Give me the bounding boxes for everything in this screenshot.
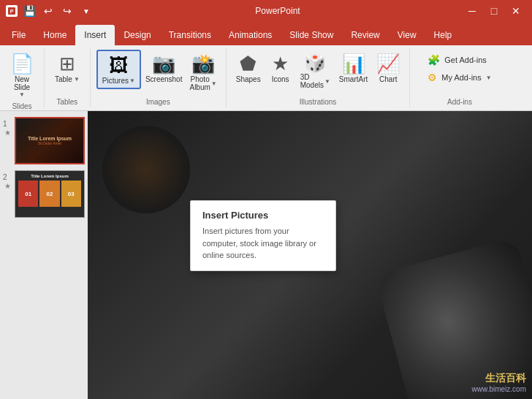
tables-group-label: Tables: [56, 96, 77, 106]
pictures-icon: 🖼: [109, 54, 128, 77]
addins-content: 🧩 Get Add-ins ⚙ My Add-ins ▼: [416, 50, 503, 88]
main-area: 1 ★ Title Lorem Ipsum Sit Dolor Amet 2 ★…: [0, 111, 532, 399]
watermark: 生活百科 www.bimeiz.com: [472, 372, 526, 393]
tab-animations[interactable]: Animations: [220, 25, 281, 45]
insert-pictures-tooltip: Insert Pictures Insert pictures from you…: [190, 200, 336, 271]
slides-group-content: 📄 NewSlide ▼: [6, 50, 38, 101]
coffee-cup-decor: [102, 126, 190, 213]
table-dropdown-icon[interactable]: ▼: [74, 76, 80, 83]
minimize-button[interactable]: ─: [462, 4, 482, 18]
undo-button[interactable]: ↩: [41, 4, 56, 18]
new-slide-label: NewSlide: [14, 75, 30, 91]
tables-group-content: ⊞ Table ▼: [50, 50, 84, 96]
slide-star-2: ★: [4, 182, 11, 190]
shapes-icon: ⬟: [240, 53, 256, 75]
table-label: Table: [55, 75, 72, 83]
new-slide-dropdown[interactable]: ▼: [19, 91, 25, 98]
tab-help[interactable]: Help: [425, 25, 461, 45]
content-area: 生活百科 www.bimeiz.com Insert Pictures Inse…: [88, 111, 532, 399]
watermark-text: 生活百科: [472, 372, 526, 385]
smartart-icon: 📊: [342, 53, 365, 75]
screenshot-button[interactable]: 📷 Screenshot: [142, 50, 186, 86]
slide-star-1: ★: [4, 129, 11, 137]
icons-icon: ★: [272, 53, 289, 75]
ribbon-group-addins: 🧩 Get Add-ins ⚙ My Add-ins ▼ Add-ins: [410, 48, 509, 107]
title-bar: P 💾 ↩ ↪ ▼ PowerPoint ─ □ ✕: [0, 0, 532, 22]
svg-text:P: P: [10, 9, 14, 14]
slide-thumbnail-2[interactable]: Title Lorem Ipsum 01 02 03: [15, 170, 85, 218]
get-addins-icon: 🧩: [428, 54, 440, 66]
redo-button[interactable]: ↪: [60, 4, 75, 18]
photo-album-button[interactable]: 📸 PhotoAlbum ▼: [186, 50, 219, 94]
my-addins-label: My Add-ins: [441, 73, 481, 82]
slide-thumb-2: 2 ★ Title Lorem Ipsum 01 02 03: [3, 170, 85, 218]
tab-review[interactable]: Review: [342, 25, 388, 45]
images-group-content: 🖼 Pictures ▼ 📷 Screenshot 📸 PhotoAlbum ▼: [96, 50, 220, 96]
3d-models-icon: 🎲: [304, 53, 326, 73]
icons-button[interactable]: ★ Icons: [266, 50, 295, 86]
tab-slideshow[interactable]: Slide Show: [281, 25, 342, 45]
ribbon-group-slides: 📄 NewSlide ▼ Slides: [0, 48, 45, 107]
table-icon: ⊞: [59, 53, 75, 75]
photo-album-dropdown[interactable]: ▼: [211, 80, 217, 87]
photo-album-label: PhotoAlbum: [189, 75, 210, 91]
ribbon: 📄 NewSlide ▼ Slides ⊞ Table ▼ Tables 🖼: [0, 45, 532, 111]
illustrations-group-label: Illustrations: [300, 96, 337, 106]
ribbon-group-images: 🖼 Pictures ▼ 📷 Screenshot 📸 PhotoAlbum ▼: [91, 48, 227, 107]
my-addins-dropdown[interactable]: ▼: [486, 75, 492, 81]
slide2-box-01: 01: [18, 180, 38, 207]
tab-view[interactable]: View: [389, 25, 425, 45]
illustrations-group-content: ⬟ Shapes ★ Icons 🎲 3DModels ▼ 📊 SmartArt…: [232, 50, 404, 96]
shapes-label: Shapes: [236, 75, 261, 83]
chart-button[interactable]: 📈 Chart: [373, 50, 403, 86]
app-icon: P: [6, 5, 18, 17]
slides-group-label: Slides: [12, 101, 31, 110]
pictures-label: Pictures: [102, 77, 129, 85]
watermark-url: www.bimeiz.com: [472, 385, 526, 393]
my-addins-icon: ⚙: [428, 72, 437, 83]
slide2-box-03: 03: [61, 180, 81, 207]
tab-transitions[interactable]: Transitions: [160, 25, 220, 45]
pictures-dropdown-icon[interactable]: ▼: [129, 77, 135, 84]
get-addins-button[interactable]: 🧩 Get Add-ins: [425, 53, 494, 67]
maximize-button[interactable]: □: [484, 4, 504, 18]
addins-group-label: Add-ins: [447, 96, 472, 106]
slide2-title: Title Lorem Ipsum: [18, 174, 81, 178]
quick-access-toolbar: P 💾 ↩ ↪ ▼: [6, 4, 94, 18]
3d-models-dropdown[interactable]: ▼: [324, 78, 330, 85]
new-slide-button[interactable]: 📄 NewSlide ▼: [6, 50, 38, 101]
new-slide-icon: 📄: [10, 53, 34, 75]
window-title: PowerPoint: [94, 6, 462, 16]
table-button[interactable]: ⊞ Table ▼: [50, 50, 84, 86]
shapes-button[interactable]: ⬟ Shapes: [232, 50, 265, 86]
tab-insert[interactable]: Insert: [75, 25, 115, 45]
ribbon-group-tables: ⊞ Table ▼ Tables: [45, 48, 91, 107]
tab-home[interactable]: Home: [34, 25, 75, 45]
smartart-label: SmartArt: [339, 75, 368, 83]
pictures-button[interactable]: 🖼 Pictures ▼: [96, 50, 141, 89]
tooltip-title: Insert Pictures: [202, 210, 324, 221]
slide-thumbnail-1[interactable]: Title Lorem Ipsum Sit Dolor Amet: [15, 117, 85, 164]
get-addins-label: Get Add-ins: [444, 56, 486, 64]
3d-models-button[interactable]: 🎲 3DModels ▼: [297, 50, 334, 92]
save-button[interactable]: 💾: [22, 4, 37, 18]
tab-file[interactable]: File: [3, 25, 34, 45]
slide-thumb-1: 1 ★ Title Lorem Ipsum Sit Dolor Amet: [3, 117, 85, 164]
slide1-title: Title Lorem Ipsum: [28, 136, 72, 141]
smartart-button[interactable]: 📊 SmartArt: [335, 50, 371, 86]
chart-label: Chart: [379, 75, 397, 83]
images-group-label: Images: [146, 96, 170, 106]
customize-qat-button[interactable]: ▼: [79, 4, 94, 18]
tab-design[interactable]: Design: [115, 25, 159, 45]
screenshot-icon: 📷: [152, 53, 175, 75]
slide2-box-02: 02: [39, 180, 59, 207]
ribbon-tabs: File Home Insert Design Transitions Anim…: [0, 22, 532, 45]
close-button[interactable]: ✕: [506, 4, 526, 18]
icons-label: Icons: [272, 75, 289, 83]
my-addins-button[interactable]: ⚙ My Add-ins ▼: [425, 70, 494, 85]
slide2-boxes: 01 02 03: [18, 180, 81, 207]
slides-panel: 1 ★ Title Lorem Ipsum Sit Dolor Amet 2 ★…: [0, 111, 88, 399]
screenshot-label: Screenshot: [145, 75, 183, 83]
slide-num-2: 2: [3, 173, 12, 181]
slide-num-1: 1: [3, 120, 12, 128]
